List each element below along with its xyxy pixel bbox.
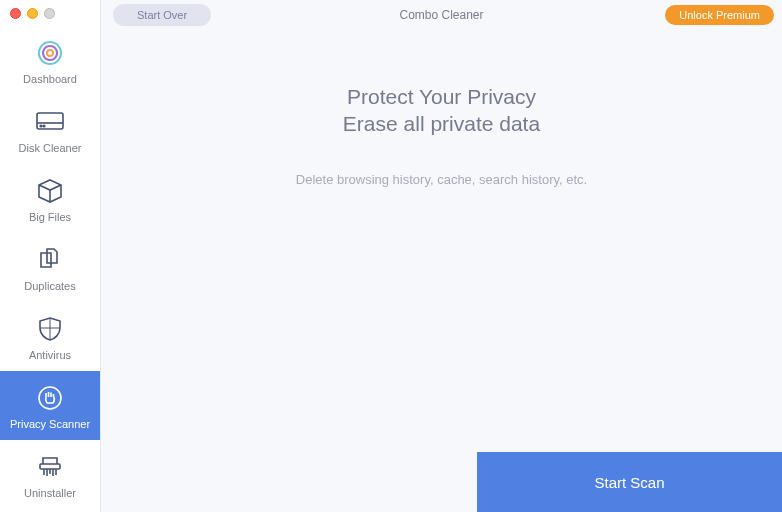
- shield-icon: [38, 312, 62, 346]
- sidebar-item-duplicates[interactable]: Duplicates: [0, 233, 100, 302]
- box-icon: [37, 174, 63, 208]
- sidebar-nav: Dashboard Disk Cleaner Bi: [0, 26, 100, 512]
- sidebar-item-label: Duplicates: [24, 280, 75, 292]
- sidebar-item-label: Antivirus: [29, 349, 71, 361]
- hand-icon: [37, 381, 63, 415]
- svg-rect-6: [40, 464, 60, 469]
- sidebar-item-uninstaller[interactable]: Uninstaller: [0, 440, 100, 509]
- sidebar-item-big-files[interactable]: Big Files: [0, 164, 100, 233]
- unlock-premium-button[interactable]: Unlock Premium: [665, 5, 774, 25]
- window-maximize-button[interactable]: [44, 8, 55, 19]
- sidebar-item-disk-cleaner[interactable]: Disk Cleaner: [0, 95, 100, 164]
- duplicates-icon: [37, 243, 63, 277]
- topbar: Start Over Combo Cleaner Unlock Premium: [101, 0, 782, 30]
- sidebar-item-antivirus[interactable]: Antivirus: [0, 302, 100, 371]
- sidebar-item-label: Dashboard: [23, 73, 77, 85]
- window-controls: [0, 0, 100, 26]
- sidebar-item-label: Privacy Scanner: [10, 418, 90, 430]
- sidebar: Dashboard Disk Cleaner Bi: [0, 0, 100, 512]
- app-title: Combo Cleaner: [399, 8, 483, 22]
- sidebar-item-dashboard[interactable]: Dashboard: [0, 26, 100, 95]
- sidebar-item-label: Big Files: [29, 211, 71, 223]
- shredder-icon: [38, 450, 62, 484]
- content-area: Protect Your Privacy Erase all private d…: [101, 30, 782, 452]
- main-panel: Start Over Combo Cleaner Unlock Premium …: [100, 0, 782, 512]
- svg-point-5: [39, 387, 61, 409]
- sidebar-item-privacy-scanner[interactable]: Privacy Scanner: [0, 371, 100, 440]
- svg-point-4: [43, 125, 45, 127]
- dashboard-icon: [35, 36, 65, 70]
- headline-1: Protect Your Privacy: [347, 85, 536, 109]
- svg-point-3: [40, 125, 42, 127]
- start-over-button[interactable]: Start Over: [113, 4, 211, 26]
- window-close-button[interactable]: [10, 8, 21, 19]
- disk-icon: [36, 105, 64, 139]
- footer: Start Scan: [101, 452, 782, 512]
- sidebar-item-label: Disk Cleaner: [19, 142, 82, 154]
- start-scan-button[interactable]: Start Scan: [477, 452, 782, 512]
- subheadline: Delete browsing history, cache, search h…: [296, 172, 587, 187]
- svg-point-0: [47, 50, 53, 56]
- sidebar-item-label: Uninstaller: [24, 487, 76, 499]
- window-minimize-button[interactable]: [27, 8, 38, 19]
- headline-2: Erase all private data: [343, 112, 540, 136]
